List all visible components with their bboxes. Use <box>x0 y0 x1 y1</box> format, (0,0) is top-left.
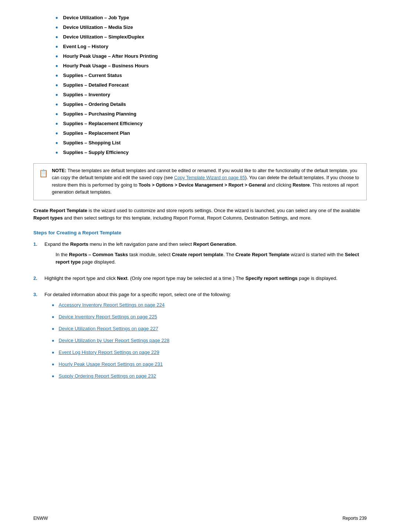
bullet-dot: • <box>56 33 58 41</box>
bullet-dot: • <box>56 62 58 70</box>
step-2-number: 2. <box>33 275 44 282</box>
bullet-text: Supplies – Replacement Plan <box>63 130 130 136</box>
bullet-dot: • <box>56 110 58 118</box>
bullet-dot: • <box>56 24 58 31</box>
report-settings-link[interactable]: Supply Ordering Report Settings on page … <box>59 372 156 380</box>
bullet-text: Supplies – Supply Efficiency <box>63 150 129 155</box>
bullet-item: •Device Utilization – Media Size <box>56 24 367 31</box>
footer-right: Reports 239 <box>343 516 367 521</box>
note-text3: and clicking <box>266 183 293 188</box>
sub-bullet-dot: • <box>52 360 54 370</box>
bullet-dot: • <box>56 139 58 147</box>
bullet-text: Supplies – Inventory <box>63 92 110 97</box>
step-2: 2. Highlight the report type and click N… <box>33 275 367 285</box>
report-settings-link[interactable]: Event Log History Report Settings on pag… <box>59 349 159 356</box>
step-2-para1: Highlight the report type and click Next… <box>44 275 367 282</box>
footer-left: ENWW <box>33 516 48 521</box>
bullet-dot: • <box>56 53 58 60</box>
sub-bullet-item: •Supply Ordering Report Settings on page… <box>52 372 367 382</box>
bullet-item: •Event Log – History <box>56 44 367 51</box>
bullet-item: •Supplies – Replacement Efficiency <box>56 121 367 128</box>
sub-bullet-item: •Event Log History Report Settings on pa… <box>52 349 367 358</box>
sub-bullet-dot: • <box>52 348 54 358</box>
body-text1: is the wizard used to customize and stor… <box>87 208 360 213</box>
bullet-item: •Device Utilization – Job Type <box>56 15 367 22</box>
bullet-item: •Supplies – Current Status <box>56 73 367 80</box>
bullet-item: •Supplies – Purchasing Planning <box>56 111 367 118</box>
bullet-text: Supplies – Ordering Details <box>63 101 126 107</box>
bullet-text: Supplies – Shopping List <box>63 140 120 145</box>
step-3-content: For detailed information about this page… <box>44 291 367 384</box>
step-1: 1. Expand the Reports menu in the left n… <box>33 241 367 269</box>
bullet-dot: • <box>56 91 58 99</box>
report-settings-link[interactable]: Hourly Peak Usage Report Settings on pag… <box>59 361 163 368</box>
sub-bullet-dot: • <box>52 372 54 382</box>
body-paragraph: Create Report Template is the wizard use… <box>33 207 367 222</box>
sub-bullet-item: •Device Utilization by User Report Setti… <box>52 337 367 347</box>
bullet-text: Device Utilization – Media Size <box>63 24 133 30</box>
bullet-item: •Device Utilization – Simplex/Duplex <box>56 34 367 41</box>
report-settings-link[interactable]: Device Inventory Report Settings on page… <box>59 313 157 321</box>
sub-bullet-dot: • <box>52 301 54 311</box>
bullet-list: •Device Utilization – Job Type•Device Ut… <box>56 15 367 157</box>
bullet-item: •Supplies – Supply Efficiency <box>56 150 367 157</box>
bullet-dot: • <box>56 81 58 89</box>
note-bold2: Restore <box>293 183 310 188</box>
bullet-item: •Supplies – Ordering Details <box>56 101 367 108</box>
bullet-dot: • <box>56 130 58 137</box>
bullet-text: Hourly Peak Usage – After Hours Printing <box>63 53 158 59</box>
sub-bullet-dot: • <box>52 324 54 335</box>
bullet-text: Supplies – Current Status <box>63 73 122 78</box>
bullet-dot: • <box>56 149 58 157</box>
bullet-text: Supplies – Purchasing Planning <box>63 111 136 117</box>
bullet-dot: • <box>56 72 58 80</box>
step-2-content: Highlight the report type and click Next… <box>44 275 367 285</box>
steps-list: 1. Expand the Reports menu in the left n… <box>33 241 367 384</box>
bullet-item: •Supplies – Detailed Forecast <box>56 82 367 89</box>
page-footer: ENWW Reports 239 <box>33 516 367 521</box>
bullet-item: •Hourly Peak Usage – Business Hours <box>56 63 367 70</box>
note-icon: 📋 <box>39 168 48 179</box>
report-settings-link[interactable]: Accessory Inventory Report Settings on p… <box>59 301 164 309</box>
bullet-dot: • <box>56 43 58 51</box>
body-bold1: Create Report Template <box>33 208 87 213</box>
sub-bullet-item: •Device Inventory Report Settings on pag… <box>52 313 367 323</box>
report-settings-link[interactable]: Device Utilization Report Settings on pa… <box>59 325 158 332</box>
sub-bullet-item: •Device Utilization Report Settings on p… <box>52 325 367 335</box>
copy-template-link[interactable]: Copy Template Wizard on page 85 <box>174 175 245 180</box>
sub-bullet-item: •Accessory Inventory Report Settings on … <box>52 301 367 311</box>
sub-bullet-item: •Hourly Peak Usage Report Settings on pa… <box>52 361 367 370</box>
body-bold2: Report types <box>33 215 63 221</box>
bullet-dot: • <box>56 101 58 108</box>
bullet-item: •Hourly Peak Usage – After Hours Printin… <box>56 53 367 60</box>
bullet-dot: • <box>56 120 58 128</box>
bullet-dot: • <box>56 14 58 22</box>
report-settings-link[interactable]: Device Utilization by User Report Settin… <box>59 337 169 344</box>
step-1-content: Expand the Reports menu in the left navi… <box>44 241 367 269</box>
bullet-text: Supplies – Replacement Efficiency <box>63 121 143 126</box>
step-1-para2: In the Reports – Common Tasks task modul… <box>56 251 367 266</box>
step-3: 3. For detailed information about this p… <box>33 291 367 384</box>
bullet-text: Event Log – History <box>63 44 108 49</box>
bullet-item: •Supplies – Inventory <box>56 92 367 99</box>
sub-bullet-dot: • <box>52 312 54 323</box>
section-heading: Steps for Creating a Report Template <box>33 230 367 235</box>
note-label: NOTE: <box>52 168 66 173</box>
note-box: 📋 NOTE: These templates are default temp… <box>33 163 367 200</box>
note-bold1: Tools > Options > Device Management > Re… <box>139 183 266 188</box>
bullet-text: Device Utilization – Job Type <box>63 15 129 20</box>
page-content: •Device Utilization – Job Type•Device Ut… <box>0 0 400 412</box>
bullet-item: •Supplies – Replacement Plan <box>56 130 367 137</box>
bullet-item: •Supplies – Shopping List <box>56 140 367 147</box>
step-3-sub-list: •Accessory Inventory Report Settings on … <box>52 301 367 382</box>
step-1-number: 1. <box>33 241 44 248</box>
note-text: NOTE: These templates are default templa… <box>52 167 361 196</box>
sub-bullet-dot: • <box>52 336 54 347</box>
bullet-text: Device Utilization – Simplex/Duplex <box>63 34 144 40</box>
body-text2: and then select settings for this templa… <box>63 215 311 221</box>
step-1-para1: Expand the Reports menu in the left navi… <box>44 241 367 248</box>
step-3-para1: For detailed information about this page… <box>44 291 367 298</box>
bullet-text: Hourly Peak Usage – Business Hours <box>63 63 149 68</box>
bullet-text: Supplies – Detailed Forecast <box>63 82 129 88</box>
step-3-number: 3. <box>33 291 44 298</box>
